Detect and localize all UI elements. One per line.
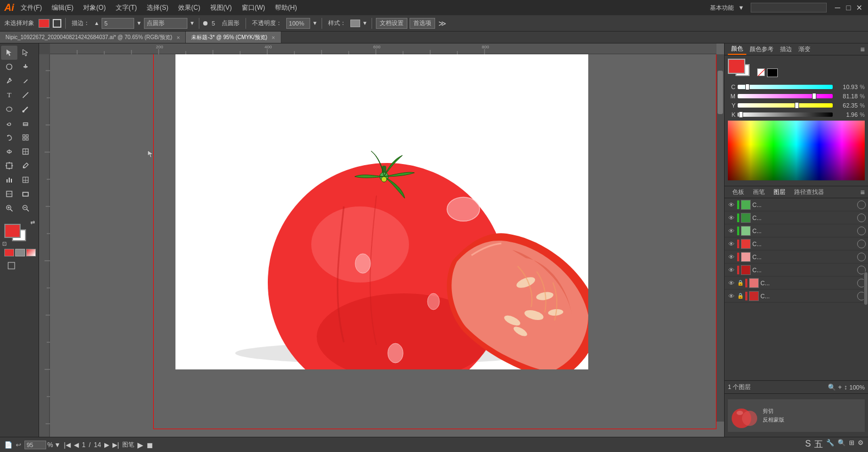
page-nav-end[interactable]: ▶| <box>112 441 119 449</box>
layer-item[interactable]: 👁 🔒 C... <box>725 290 868 303</box>
stroke-width-input[interactable] <box>102 18 134 29</box>
menu-object[interactable]: 对象(O) <box>79 2 110 14</box>
y-slider[interactable] <box>738 103 833 108</box>
doc-settings-button[interactable]: 文档设置 <box>376 18 407 29</box>
y-thumb[interactable] <box>795 102 799 109</box>
artboard-tool[interactable] <box>1 159 17 173</box>
foreground-color[interactable] <box>4 224 21 238</box>
tab-color-reference[interactable]: 颜色参考 <box>746 44 777 54</box>
menu-window[interactable]: 窗口(W) <box>237 2 269 14</box>
extra-icon[interactable]: ≫ <box>438 19 446 28</box>
ellipse-tool[interactable] <box>1 102 17 116</box>
minimize-button[interactable]: ─ <box>833 3 842 12</box>
layer-item[interactable]: 👁 C... <box>725 237 868 250</box>
zoom-down-icon[interactable]: ▼ <box>54 441 61 449</box>
tab-pathfinder[interactable]: 路径查找器 <box>790 186 828 198</box>
preferences-button[interactable]: 首选项 <box>410 18 435 29</box>
layers-add-icon[interactable]: + <box>838 384 842 391</box>
grid-tool[interactable] <box>17 130 34 145</box>
type-tool[interactable]: T <box>1 88 17 102</box>
layer-visibility-icon[interactable]: 👁 <box>727 292 735 300</box>
none-swatch[interactable] <box>757 68 765 76</box>
layers-panel-menu-icon[interactable]: ≡ <box>860 188 865 197</box>
search-input[interactable] <box>751 3 827 12</box>
status-icon-1[interactable]: S <box>805 439 811 450</box>
page-nav-fwd[interactable]: ▶ <box>104 441 109 449</box>
m-slider[interactable] <box>738 94 833 98</box>
stroke-up-arrow[interactable]: ▲ <box>94 20 99 26</box>
basic-function-dropdown-icon[interactable]: ▼ <box>738 4 744 11</box>
layers-search-icon[interactable]: 🔍 <box>828 384 836 391</box>
menu-view[interactable]: 视图(V) <box>206 2 236 14</box>
slice-tool[interactable] <box>1 187 17 201</box>
stroke-style-dropdown[interactable] <box>144 18 187 29</box>
layer-visibility-icon[interactable]: 👁 <box>727 266 735 274</box>
page-nav-back[interactable]: ◀ <box>74 441 79 449</box>
m-thumb[interactable] <box>812 93 816 99</box>
layer-target-btn[interactable] <box>857 253 866 261</box>
zoom-in-tool[interactable] <box>1 201 17 215</box>
stroke-mode-btn[interactable] <box>15 249 25 256</box>
style-arrow[interactable]: ▼ <box>362 20 368 26</box>
style-swatch[interactable] <box>350 20 360 27</box>
page-nav-prev[interactable]: |◀ <box>64 441 71 449</box>
pencil-tool-2[interactable] <box>1 116 17 130</box>
tab-brushes[interactable]: 画笔 <box>749 186 769 198</box>
layer-target-btn[interactable] <box>857 214 866 222</box>
stroke-down-arrow[interactable]: ▼ <box>136 20 142 26</box>
layer-item[interactable]: 👁 C... <box>725 224 868 237</box>
layers-scrollbar-thumb[interactable] <box>864 272 867 305</box>
paintbrush-tool[interactable] <box>17 102 34 116</box>
swap-colors-icon[interactable]: ⇄ <box>30 219 35 225</box>
menu-edit[interactable]: 编辑(E) <box>47 2 78 14</box>
rotate-tool[interactable] <box>1 130 17 145</box>
layer-item[interactable]: 👁 🔒 C... <box>725 277 868 290</box>
menu-help[interactable]: 帮助(H) <box>271 2 301 14</box>
tab-stroke[interactable]: 描边 <box>777 44 795 54</box>
line-tool[interactable] <box>17 88 34 102</box>
rectangle-tool[interactable] <box>17 187 34 201</box>
status-icon-3[interactable]: 🔧 <box>826 439 834 450</box>
transform-tool[interactable] <box>17 145 34 159</box>
canvas-scroll[interactable] <box>39 43 724 437</box>
layers-move-icon[interactable]: ↕ <box>844 384 847 391</box>
status-stop-icon[interactable]: ◼ <box>147 441 153 449</box>
scrollbar-thumb-v[interactable] <box>718 71 723 114</box>
stroke-color-swatch[interactable] <box>53 19 61 28</box>
zoom-input[interactable] <box>24 441 46 449</box>
color-spectrum[interactable] <box>728 121 865 180</box>
zoom-out-tool[interactable] <box>17 201 34 215</box>
pen-tool[interactable] <box>1 74 17 88</box>
c-slider[interactable] <box>738 85 833 89</box>
k-thumb[interactable] <box>739 111 743 118</box>
eyedropper-tool[interactable] <box>17 159 34 173</box>
tab-2-close[interactable]: × <box>272 34 275 41</box>
status-icon-2[interactable]: 五 <box>814 439 823 450</box>
tab-gradient[interactable]: 渐变 <box>795 44 814 54</box>
layer-visibility-icon[interactable]: 👁 <box>727 214 735 222</box>
layer-item[interactable]: 👁 C... <box>725 250 868 263</box>
layer-visibility-icon[interactable]: 👁 <box>727 200 735 209</box>
canvas-scrollbar-v[interactable] <box>716 54 724 422</box>
menu-select[interactable]: 选择(S) <box>142 2 173 14</box>
menu-effect[interactable]: 效果(C) <box>174 2 205 14</box>
black-swatch[interactable] <box>767 68 778 77</box>
tab-2[interactable]: 未标题-3* @ 95% (CMYK/预览) × <box>186 32 281 43</box>
status-icon-5[interactable]: ⊞ <box>849 439 854 450</box>
layer-item[interactable]: 👁 C... <box>725 211 868 224</box>
graph-tool[interactable] <box>1 173 17 187</box>
lasso-tool[interactable] <box>1 60 17 74</box>
stroke-style-arrow[interactable]: ▼ <box>190 20 195 26</box>
eraser-tool[interactable] <box>17 116 34 130</box>
tab-color[interactable]: 颜色 <box>728 43 746 55</box>
warp-tool[interactable] <box>1 145 17 159</box>
maximize-button[interactable]: □ <box>844 3 853 12</box>
fill-color-swatch[interactable] <box>39 19 49 28</box>
magic-wand-tool[interactable] <box>17 60 34 74</box>
layer-visibility-icon[interactable]: 👁 <box>727 240 735 248</box>
layer-target-btn[interactable] <box>857 240 866 248</box>
layer-visibility-icon[interactable]: 👁 <box>727 227 735 235</box>
layer-lock-icon[interactable]: 🔒 <box>737 280 744 286</box>
k-slider[interactable] <box>738 112 833 117</box>
menu-text[interactable]: 文字(T) <box>111 2 141 14</box>
